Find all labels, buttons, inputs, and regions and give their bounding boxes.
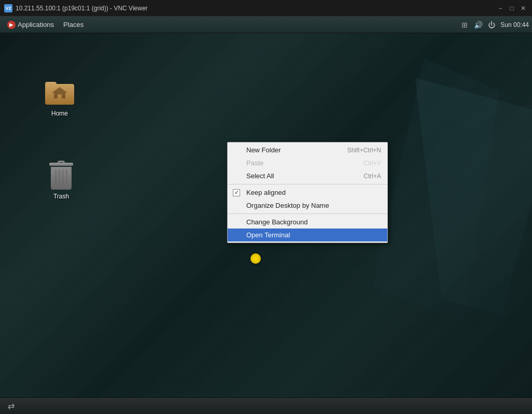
- places-menu[interactable]: Places: [59, 20, 88, 30]
- xfce-taskbar: ▶ Applications Places ⊞ 🔊 ⏻ Sun 00:44: [0, 17, 532, 33]
- maximize-button[interactable]: □: [507, 4, 516, 13]
- home-icon-image: [44, 77, 75, 108]
- menu-item-paste[interactable]: Paste Ctrl+V: [228, 156, 387, 169]
- applications-menu[interactable]: ▶ Applications: [3, 20, 58, 30]
- new-folder-label: New Folder: [246, 146, 281, 154]
- folder-graphic: [45, 80, 74, 105]
- menu-item-select-all[interactable]: Select All Ctrl+A: [228, 169, 387, 182]
- titlebar-left: V2 10.211.55.100:1 (p19c01:1 (grid)) - V…: [4, 4, 148, 12]
- trash-line-2: [59, 170, 60, 184]
- taskbar-left: ▶ Applications Places: [3, 20, 88, 30]
- taskbar-right: ⊞ 🔊 ⏻ Sun 00:44: [460, 20, 529, 30]
- cursor-indicator: [250, 253, 261, 264]
- menu-item-change-background[interactable]: Change Background: [228, 216, 387, 229]
- home-label: Home: [51, 110, 68, 117]
- svg-marker-0: [52, 87, 67, 98]
- titlebar-controls: − □ ✕: [496, 4, 528, 13]
- close-button[interactable]: ✕: [519, 4, 528, 13]
- paste-label: Paste: [246, 159, 263, 167]
- network-icon[interactable]: ⊞: [460, 20, 469, 30]
- organize-desktop-label: Organize Desktop by Name: [246, 202, 329, 209]
- trash-body: [51, 167, 72, 190]
- trash-icon-image: [46, 160, 77, 191]
- menu-item-organize-desktop[interactable]: Organize Desktop by Name: [228, 199, 387, 212]
- volume-icon[interactable]: 🔊: [473, 20, 483, 30]
- vnc-bottom-bar: ⇄: [0, 397, 532, 414]
- places-label: Places: [63, 21, 83, 28]
- vnc-logo-icon: V2: [4, 4, 12, 12]
- trash-line-1: [55, 170, 57, 184]
- power-icon[interactable]: ⏻: [487, 20, 496, 30]
- trash-lid: [49, 163, 73, 166]
- select-all-shortcut: Ctrl+A: [363, 173, 381, 180]
- trash-graphic: [48, 161, 74, 190]
- select-all-label: Select All: [246, 172, 274, 180]
- window-title: 10.211.55.100:1 (p19c01:1 (grid)) - VNC …: [16, 5, 148, 12]
- trash-icon[interactable]: Trash: [40, 158, 82, 202]
- open-terminal-label: Open Terminal: [246, 231, 290, 239]
- minimize-button[interactable]: −: [496, 4, 505, 13]
- trash-line-3: [62, 170, 64, 184]
- folder-body: [45, 84, 74, 105]
- trash-label: Trash: [53, 193, 69, 200]
- trash-line-4: [66, 170, 67, 184]
- paste-shortcut: Ctrl+V: [363, 160, 381, 167]
- menu-item-open-terminal[interactable]: Open Terminal: [228, 229, 387, 241]
- context-menu: New Folder Shift+Ctrl+N Paste Ctrl+V Sel…: [227, 142, 388, 243]
- home-folder-icon[interactable]: Home: [39, 75, 80, 119]
- window-titlebar: V2 10.211.55.100:1 (p19c01:1 (grid)) - V…: [0, 0, 532, 17]
- menu-separator-1: [228, 184, 387, 184]
- new-folder-shortcut: Shift+Ctrl+N: [347, 147, 381, 154]
- clock-display: Sun 00:44: [500, 21, 529, 28]
- menu-item-keep-aligned[interactable]: ✓ Keep aligned: [228, 186, 387, 199]
- menu-item-new-folder[interactable]: New Folder Shift+Ctrl+N: [228, 144, 387, 156]
- keep-aligned-label: Keep aligned: [246, 189, 286, 196]
- trash-lines: [55, 170, 67, 184]
- vnc-bottom-icon[interactable]: ⇄: [4, 399, 18, 413]
- home-symbol: [52, 86, 67, 99]
- menu-separator-2: [228, 213, 387, 214]
- desktop[interactable]: Home Trash New Folder: [0, 33, 532, 414]
- change-background-label: Change Background: [246, 218, 308, 226]
- applications-icon: ▶: [7, 21, 16, 29]
- applications-label: Applications: [18, 21, 54, 28]
- keep-aligned-checkbox: ✓: [233, 189, 240, 196]
